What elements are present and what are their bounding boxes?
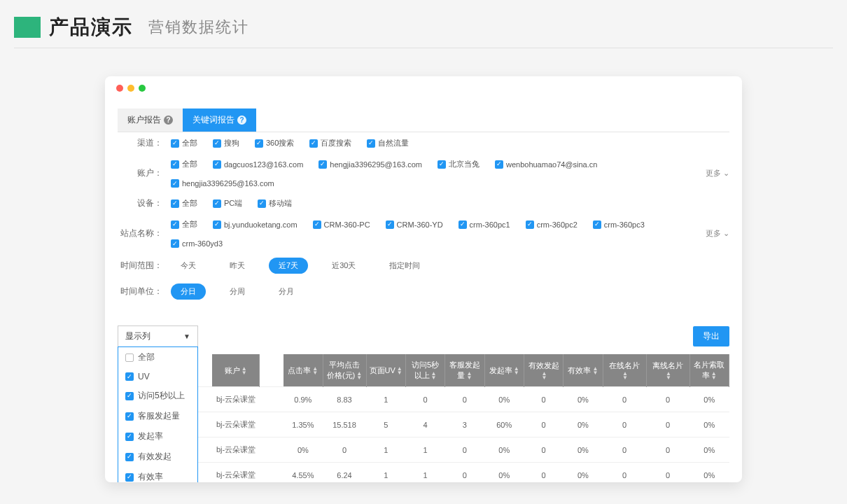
filter-label: 设备： [118,197,162,209]
filter-checkbox-item[interactable]: 全部 [171,198,197,209]
table-header-cell[interactable]: 离线名片▲▼ [646,354,690,387]
help-icon[interactable]: ? [164,115,173,125]
sort-icon[interactable]: ▲▼ [397,367,402,375]
filter-checkbox-item[interactable]: crm-360pc1 [458,220,510,229]
column-label: 有效发起 [528,361,559,370]
column-label: 账户 [225,366,240,374]
table-header-cell[interactable]: 页面UV▲▼ [366,354,405,387]
help-icon[interactable]: ? [237,115,246,125]
column-label: 离线名片 [652,361,683,370]
filter-checkbox-item[interactable]: 自然流量 [367,138,409,148]
filter-checkbox-item[interactable]: hengjia3396295@163.com [318,160,422,169]
table-header-cell[interactable]: 名片索取率▲▼ [690,354,729,387]
checkbox-icon [367,139,375,148]
checkbox-icon [125,412,134,421]
filter-item-label: 全部 [182,198,197,209]
filter-checkbox-item[interactable]: hengjia3396295@163.com [171,179,274,188]
filter-checkbox-item[interactable]: 全部 [171,219,197,230]
zoom-icon[interactable] [139,85,146,92]
filter-checkbox-item[interactable]: dagcuos123@163.com [213,160,303,169]
time-pill[interactable]: 近7天 [269,258,308,274]
table-header-cell[interactable]: 在线名片▲▼ [603,354,646,387]
column-option[interactable]: 客服发起量 [118,406,197,426]
column-selector-trigger[interactable]: 显示列 ▼ [118,326,198,347]
filter-checkbox-item[interactable]: crm-360pc2 [526,220,578,229]
table-cell: bj-云朵课堂 [212,463,260,483]
sort-icon[interactable]: ▲▼ [431,372,437,380]
filter-checkbox-item[interactable]: 百度搜索 [309,138,351,148]
filter-checkbox-item[interactable]: bj.yunduoketang.com [213,220,298,229]
checkbox-icon [171,239,179,248]
sort-icon[interactable]: ▲▼ [466,372,472,380]
time-pill[interactable]: 昨天 [220,258,255,274]
table-cell [260,438,284,463]
table-header-cell[interactable]: 平均点击价格(元)▲▼ [323,354,366,387]
table-header-cell[interactable]: 发起率▲▼ [484,354,524,387]
table-cell: 60% [484,412,524,438]
more-link[interactable]: 更多⌄ [706,228,729,239]
column-option[interactable]: 全部 [118,347,197,368]
filter-checkbox-item[interactable]: 移动端 [258,198,292,209]
table-header-cell[interactable]: 有效发起▲▼ [524,354,563,387]
column-option[interactable]: UV [118,368,197,386]
filter-checkbox-item[interactable]: 全部 [171,159,197,169]
filter-checkbox-item[interactable]: 搜狗 [213,138,239,148]
filter-checkbox-item[interactable]: 北京当兔 [438,159,479,169]
table-header-cell[interactable]: 点击率▲▼ [284,354,323,387]
column-label: 平均点击价格(元) [327,360,360,379]
sort-icon[interactable]: ▲▼ [312,367,318,375]
time-pill[interactable]: 分日 [171,284,206,300]
column-option[interactable]: 访问5秒以上 [118,386,197,406]
table-cell: 0% [484,387,524,412]
table-cell: 0% [564,438,603,463]
sort-icon[interactable]: ▲▼ [666,372,671,380]
sort-icon[interactable]: ▲▼ [514,367,519,375]
column-option-label: UV [138,372,150,382]
table-header-cell[interactable]: 访问5秒以上▲▼ [405,354,444,387]
time-pill[interactable]: 近30天 [322,258,365,274]
sort-icon[interactable]: ▲▼ [592,367,598,375]
filter-checkbox-item[interactable]: crm-360pc3 [593,220,645,229]
column-option-label: 发起率 [138,430,163,442]
table-cell: 0 [445,463,484,483]
table-header-cell[interactable] [260,354,284,387]
column-option[interactable]: 有效率 [118,467,197,482]
checkbox-icon [495,160,503,169]
tab-account-report[interactable]: 账户报告 ? [118,108,183,132]
time-pill[interactable]: 分周 [220,284,255,300]
sort-icon[interactable]: ▲▼ [356,372,362,380]
sort-icon[interactable]: ▲▼ [241,367,247,375]
table-cell: 0% [484,438,524,463]
filter-checkbox-item[interactable]: 360搜索 [255,138,294,148]
filter-item-label: crm-360pc3 [604,220,645,229]
tab-label: 关键词报告 [192,114,234,126]
time-pill[interactable]: 分月 [269,284,304,300]
filter-row: 时间范围：今天昨天近7天近30天指定时间 [118,253,729,279]
more-link[interactable]: 更多⌄ [706,168,729,178]
filter-checkbox-item[interactable]: crm-360yd3 [171,239,223,248]
minimize-icon[interactable] [127,85,134,92]
tab-keyword-report[interactable]: 关键词报告 ? [183,108,256,132]
sort-icon[interactable]: ▲▼ [622,372,628,380]
column-option[interactable]: 有效发起 [118,447,197,467]
time-pill[interactable]: 今天 [171,258,206,274]
filter-checkbox-item[interactable]: wenbohuamao74@sina.cn [495,160,597,169]
table-cell: 0 [323,438,366,463]
table-header-cell[interactable]: 有效率▲▼ [564,354,603,387]
time-pill[interactable]: 指定时间 [379,258,430,274]
export-button[interactable]: 导出 [693,326,729,346]
table-header-cell[interactable]: 客服发起量▲▼ [445,354,484,387]
filter-item-label: CRM-360-PC [324,220,370,229]
filter-checkbox-item[interactable]: CRM-360-PC [313,220,370,229]
filter-row: 时间单位：分日分周分月 [118,279,729,304]
table-row: bj-云朵课堂0%01100%00%000% [118,438,729,463]
page-title-sub: 营销数据统计 [148,17,249,38]
close-icon[interactable] [116,85,123,92]
filter-checkbox-item[interactable]: 全部 [171,138,197,148]
filter-checkbox-item[interactable]: PC端 [213,198,242,209]
filter-checkbox-item[interactable]: CRM-360-YD [386,220,443,229]
column-option[interactable]: 发起率 [118,426,197,447]
sort-icon[interactable]: ▲▼ [542,372,547,380]
sort-icon[interactable]: ▲▼ [711,372,717,380]
table-header-cell[interactable]: 账户▲▼ [212,354,260,387]
